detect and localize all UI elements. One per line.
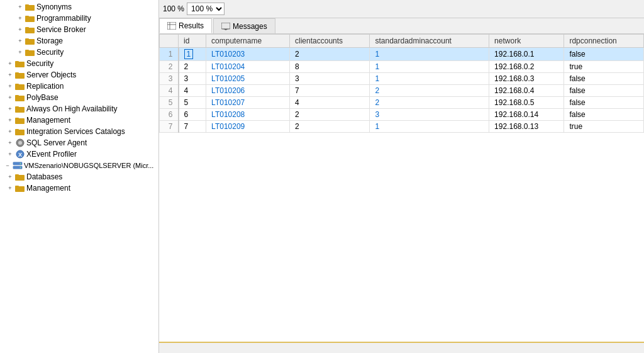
folder-icon — [25, 36, 35, 45]
cell-standardadminaccount: 1 — [370, 48, 489, 61]
expand-icon: + — [5, 183, 15, 193]
folder-icon — [15, 127, 25, 136]
sidebar-item-management2[interactable]: + Management — [0, 182, 158, 194]
sidebar-item-programmability[interactable]: + Programmability — [0, 13, 158, 24]
table-row[interactable]: 33LT01020531192.168.0.3false — [160, 73, 644, 85]
tab-messages-label: Messages — [233, 22, 267, 31]
expand-icon: + — [15, 36, 25, 46]
sidebar-item-always-on[interactable]: + Always On High Availability — [0, 103, 158, 115]
col-header-row-num — [160, 35, 179, 48]
cell-network: 192.168.0.14 — [489, 109, 564, 121]
svg-rect-3 — [25, 16, 29, 18]
sidebar-item-server-objects[interactable]: + Server Objects — [0, 69, 158, 81]
sidebar-item-storage[interactable]: + Storage — [0, 35, 158, 47]
folder-icon — [15, 184, 25, 193]
cell-clientaccounts: 8 — [290, 61, 370, 73]
cell-network: 192.168.0.3 — [489, 73, 564, 85]
col-header-standardadminaccount[interactable]: standardadminaccount — [370, 35, 489, 48]
main-content: 100 % 100 % 75 % 125 % Results Messages — [159, 0, 644, 353]
results-area: id computername clientaccounts standarda… — [159, 34, 644, 342]
expand-icon: + — [5, 81, 15, 91]
svg-rect-7 — [25, 38, 29, 40]
sidebar-item-synonyms[interactable]: + Synonyms — [0, 1, 158, 13]
table-row[interactable]: 55LT01020742192.168.0.5false — [160, 97, 644, 109]
cell-id: 4 — [179, 85, 206, 97]
sql-agent-icon — [15, 138, 25, 147]
sidebar-item-label: Integration Services Catalogs — [26, 127, 125, 136]
sidebar-item-label: XEvent Profiler — [26, 150, 77, 159]
expand-icon: − — [3, 160, 13, 171]
cell-computername: LT010205 — [206, 73, 290, 85]
xevent-icon: X — [15, 150, 25, 159]
cell-standardadminaccount: 1 — [370, 121, 489, 133]
cell-network: 192.168.0.5 — [489, 97, 564, 109]
tab-results-label: Results — [179, 21, 204, 30]
table-row[interactable]: 44LT01020672192.168.0.4false — [160, 85, 644, 97]
tab-results[interactable]: Results — [159, 18, 212, 33]
folder-icon — [15, 70, 25, 79]
sidebar-item-service-broker[interactable]: + Service Broker — [0, 24, 158, 35]
sidebar-item-management[interactable]: + Management — [0, 115, 158, 126]
svg-rect-39 — [221, 23, 230, 29]
expand-icon: + — [15, 2, 25, 12]
sidebar-item-security[interactable]: + Security — [0, 58, 158, 69]
tab-messages[interactable]: Messages — [213, 18, 275, 33]
row-number: 1 — [160, 48, 179, 61]
zoom-select[interactable]: 100 % 75 % 125 % — [187, 3, 225, 15]
cell-rdpconnection: false — [564, 85, 644, 97]
svg-rect-13 — [15, 72, 19, 74]
svg-rect-15 — [15, 84, 19, 86]
sidebar-item-polybase[interactable]: + PolyBase — [0, 92, 158, 103]
folder-icon — [25, 3, 35, 11]
col-header-id[interactable]: id — [179, 35, 206, 48]
table-row[interactable]: 22LT01020481192.168.0.2true — [160, 61, 644, 73]
sidebar-item-xevent[interactable]: + X XEvent Profiler — [0, 148, 158, 160]
svg-text:X: X — [18, 152, 22, 158]
col-header-network[interactable]: network — [489, 35, 564, 48]
sidebar-item-label: Security — [36, 48, 64, 57]
sidebar-item-replication[interactable]: + Replication — [0, 81, 158, 92]
table-row[interactable]: 66LT01020823192.168.0.14false — [160, 109, 644, 121]
table-body: 11LT01020321192.168.0.1false22LT01020481… — [160, 48, 644, 133]
messages-icon — [221, 23, 230, 30]
svg-point-25 — [18, 141, 22, 145]
sidebar-item-databases[interactable]: + Databases — [0, 171, 158, 182]
svg-point-30 — [20, 163, 21, 164]
cell-id: 7 — [179, 121, 206, 133]
expand-icon: + — [5, 172, 15, 182]
results-icon — [167, 22, 176, 30]
cell-computername: LT010203 — [206, 48, 290, 61]
cell-rdpconnection: true — [564, 121, 644, 133]
sidebar-item-label: VMSzenario\NOBUGSQLSERVER (Micr... — [24, 162, 153, 169]
sidebar-item-label: Databases — [26, 172, 62, 181]
col-header-rdpconnection[interactable]: rdpconnection — [564, 35, 644, 48]
sidebar-item-integration-services[interactable]: + Integration Services Catalogs — [0, 126, 158, 137]
svg-rect-5 — [25, 27, 29, 29]
cell-standardadminaccount: 2 — [370, 85, 489, 97]
table-row[interactable]: 11LT01020321192.168.0.1false — [160, 48, 644, 61]
cell-computername: LT010208 — [206, 109, 290, 121]
sidebar-item-security-sub[interactable]: + Security — [0, 47, 158, 58]
expand-icon: + — [15, 25, 25, 35]
col-header-clientaccounts[interactable]: clientaccounts — [290, 35, 370, 48]
expand-icon: + — [5, 149, 15, 159]
svg-point-31 — [20, 167, 21, 168]
sidebar-item-label: Storage — [36, 36, 63, 45]
zoom-label: 100 % — [163, 4, 184, 13]
table-row[interactable]: 77LT01020921192.168.0.13true — [160, 121, 644, 133]
folder-icon — [25, 48, 35, 57]
cell-network: 192.168.0.4 — [489, 85, 564, 97]
row-number: 4 — [160, 85, 179, 97]
server-icon — [13, 161, 23, 170]
cell-id: 3 — [179, 73, 206, 85]
sidebar-item-label: Security — [26, 59, 53, 68]
folder-icon — [15, 93, 25, 102]
row-number: 5 — [160, 97, 179, 109]
sidebar-item-label: Always On High Availability — [26, 104, 118, 113]
sidebar-item-server[interactable]: − VMSzenario\NOBUGSQLSERVER (Micr... — [0, 160, 158, 171]
svg-rect-11 — [15, 61, 19, 63]
sidebar-item-sql-server-agent[interactable]: + SQL Server Agent — [0, 137, 158, 148]
cell-rdpconnection: false — [564, 109, 644, 121]
sidebar-item-label: Server Objects — [26, 70, 76, 79]
col-header-computername[interactable]: computername — [206, 35, 290, 48]
